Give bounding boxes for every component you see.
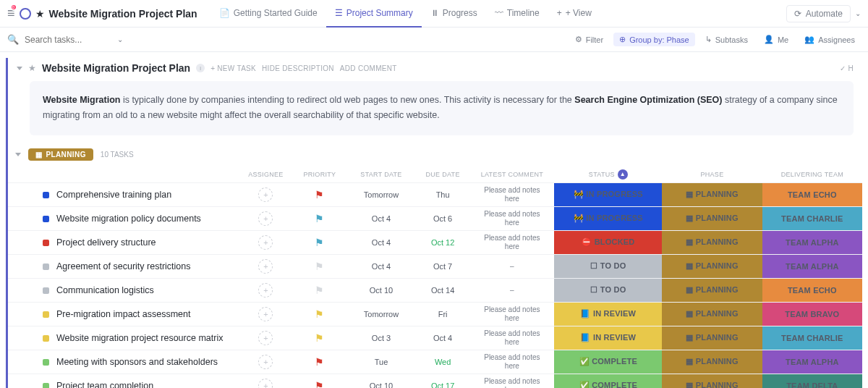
assignee-avatar-icon[interactable]: +: [258, 307, 273, 321]
due-date-cell[interactable]: Oct 14: [416, 278, 469, 302]
task-name-cell[interactable]: Meeting with sponsors and stakeholders: [8, 350, 239, 374]
assignee-avatar-icon[interactable]: +: [258, 379, 273, 388]
search-input[interactable]: [25, 35, 111, 45]
tab-timeline[interactable]: 〰Timeline: [486, 0, 548, 28]
assignee-avatar-icon[interactable]: +: [258, 331, 273, 345]
star-icon-small[interactable]: ★: [28, 63, 36, 73]
phase-cell[interactable]: ▦ PLANNING: [662, 182, 762, 206]
collapse-check-icon[interactable]: ✓ H: [840, 64, 854, 72]
search-caret-icon[interactable]: ⌄: [117, 35, 123, 43]
assignee-avatar-icon[interactable]: +: [258, 211, 273, 226]
status-cell[interactable]: ☐ TO DO: [554, 254, 662, 278]
priority-cell[interactable]: ⚑: [293, 278, 346, 302]
status-cell[interactable]: 🚧 IN PROGRESS: [554, 182, 662, 206]
task-name-cell[interactable]: Project team completion: [8, 374, 239, 388]
assignee-cell[interactable]: +: [239, 302, 292, 326]
assignee-avatar-icon[interactable]: +: [258, 355, 273, 369]
assignee-avatar-icon[interactable]: +: [258, 259, 273, 274]
due-date-cell[interactable]: Oct 7: [416, 254, 469, 278]
hide-desc-link[interactable]: HIDE DESCRIPTION: [262, 64, 334, 72]
phase-cell[interactable]: ▦ PLANNING: [662, 374, 762, 388]
task-row[interactable]: Project delivery structure + ⚑ Oct 4 Oct…: [8, 230, 862, 254]
start-date-cell[interactable]: Oct 10: [346, 374, 416, 388]
priority-cell[interactable]: ⚑: [293, 230, 346, 254]
start-date-cell[interactable]: Oct 3: [346, 326, 416, 350]
col-status[interactable]: STATUS▲: [554, 166, 662, 183]
priority-cell[interactable]: ⚑: [293, 326, 346, 350]
due-date-cell[interactable]: Oct 4: [416, 326, 469, 350]
assignee-avatar-icon[interactable]: +: [258, 283, 273, 298]
tab-getting-started-guide[interactable]: 📄Getting Started Guide: [210, 0, 326, 28]
new-task-link[interactable]: + NEW TASK: [210, 64, 256, 72]
status-cell[interactable]: 📘 IN REVIEW: [554, 326, 662, 350]
start-date-cell[interactable]: Oct 4: [346, 230, 416, 254]
phase-cell[interactable]: ▦ PLANNING: [662, 230, 762, 254]
task-row[interactable]: Pre-migration impact assessment + ⚑ Tomo…: [8, 302, 862, 326]
status-sort-icon[interactable]: ▲: [618, 169, 628, 180]
start-date-cell[interactable]: Oct 4: [346, 254, 416, 278]
filter-me[interactable]: 👤Me: [758, 33, 794, 46]
menu-icon[interactable]: ≡0: [7, 6, 15, 21]
tab--view[interactable]: ++ View: [548, 0, 600, 28]
assignee-cell[interactable]: +: [239, 182, 292, 206]
comment-cell[interactable]: –: [469, 278, 554, 302]
phase-cell[interactable]: ▦ PLANNING: [662, 302, 762, 326]
status-cell[interactable]: 📘 IN REVIEW: [554, 302, 662, 326]
assignee-avatar-icon[interactable]: +: [258, 235, 273, 250]
task-name-cell[interactable]: Pre-migration impact assessment: [8, 302, 239, 326]
col-priority[interactable]: PRIORITY: [293, 166, 346, 183]
start-date-cell[interactable]: Oct 4: [346, 206, 416, 230]
start-date-cell[interactable]: Oct 10: [346, 278, 416, 302]
team-cell[interactable]: TEAM ALPHA: [762, 230, 862, 254]
comment-cell[interactable]: Please add noteshere: [469, 182, 554, 206]
comment-cell[interactable]: Please add noteshere: [469, 206, 554, 230]
comment-cell[interactable]: Please add noteshere: [469, 230, 554, 254]
team-cell[interactable]: TEAM BRAVO: [762, 302, 862, 326]
phase-cell[interactable]: ▦ PLANNING: [662, 254, 762, 278]
due-date-cell[interactable]: Thu: [416, 182, 469, 206]
priority-cell[interactable]: ⚑: [293, 374, 346, 388]
assignee-cell[interactable]: +: [239, 230, 292, 254]
collapse-icon[interactable]: [17, 67, 22, 70]
team-cell[interactable]: TEAM CHARLIE: [762, 326, 862, 350]
priority-cell[interactable]: ⚑: [293, 350, 346, 374]
task-name-cell[interactable]: Website migration policy documents: [8, 206, 239, 230]
priority-cell[interactable]: ⚑: [293, 302, 346, 326]
status-cell[interactable]: 🚧 IN PROGRESS: [554, 206, 662, 230]
col-comment[interactable]: LATEST COMMENT: [469, 166, 554, 183]
due-date-cell[interactable]: Wed: [416, 350, 469, 374]
assignee-cell[interactable]: +: [239, 326, 292, 350]
due-date-cell[interactable]: Fri: [416, 302, 469, 326]
automate-button[interactable]: ⟳ Automate: [786, 5, 851, 22]
priority-cell[interactable]: ⚑: [293, 182, 346, 206]
start-date-cell[interactable]: Tomorrow: [346, 302, 416, 326]
team-cell[interactable]: TEAM ALPHA: [762, 350, 862, 374]
task-name-cell[interactable]: Website migration project resource matri…: [8, 326, 239, 350]
status-cell[interactable]: ✅ COMPLETE: [554, 374, 662, 388]
filter-filter[interactable]: ⚙Filter: [569, 33, 609, 46]
task-row[interactable]: Website migration project resource matri…: [8, 326, 862, 350]
status-cell[interactable]: ✅ COMPLETE: [554, 350, 662, 374]
search-icon[interactable]: 🔍: [7, 34, 19, 45]
team-cell[interactable]: TEAM ALPHA: [762, 254, 862, 278]
info-icon[interactable]: i: [196, 64, 205, 72]
group-chip[interactable]: ▦PLANNING: [28, 148, 93, 161]
assignee-cell[interactable]: +: [239, 254, 292, 278]
task-name-cell[interactable]: Agreement of security restrictions: [8, 254, 239, 278]
col-due[interactable]: DUE DATE: [416, 166, 469, 183]
workspace-icon[interactable]: [20, 8, 31, 20]
phase-cell[interactable]: ▦ PLANNING: [662, 278, 762, 302]
col-phase[interactable]: PHASE: [662, 166, 762, 183]
comment-cell[interactable]: Please add noteshere: [469, 350, 554, 374]
status-cell[interactable]: ☐ TO DO: [554, 278, 662, 302]
task-name-cell[interactable]: Communication logistics: [8, 278, 239, 302]
task-row[interactable]: Website migration policy documents + ⚑ O…: [8, 206, 862, 230]
comment-cell[interactable]: –: [469, 254, 554, 278]
due-date-cell[interactable]: Oct 17: [416, 374, 469, 388]
due-date-cell[interactable]: Oct 6: [416, 206, 469, 230]
list-description[interactable]: Website Migration is typically done by c…: [30, 81, 854, 135]
start-date-cell[interactable]: Tue: [346, 350, 416, 374]
col-assignee[interactable]: ASSIGNEE: [239, 166, 292, 183]
team-cell[interactable]: TEAM ECHO: [762, 278, 862, 302]
filter-subtasks[interactable]: ↳Subtasks: [699, 33, 754, 46]
